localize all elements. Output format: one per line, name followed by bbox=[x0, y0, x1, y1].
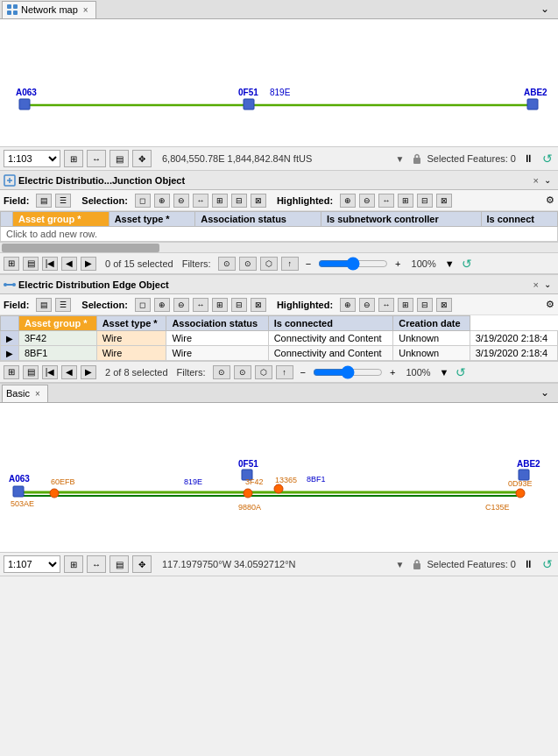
edge-nav-prev[interactable]: ◀ bbox=[61, 365, 77, 379]
junction-slider-minus[interactable]: − bbox=[302, 258, 314, 269]
edge-hl-btn2[interactable]: ⊖ bbox=[359, 298, 375, 312]
edge-sel-btn2[interactable]: ⊕ bbox=[154, 298, 170, 312]
edge-field-btn1[interactable]: ▤ bbox=[36, 298, 52, 312]
edge-col-association[interactable]: Association status bbox=[166, 316, 268, 331]
basic-node-a063[interactable] bbox=[13, 486, 24, 497]
pan-btn-1[interactable]: ⊞ bbox=[64, 150, 83, 167]
junction-panel-expand[interactable]: ⌄ bbox=[544, 175, 554, 186]
junction-add-row[interactable]: Click to add new row. bbox=[1, 227, 558, 242]
select-btn-1[interactable]: ↔ bbox=[87, 150, 106, 167]
node-0f51[interactable] bbox=[244, 99, 254, 110]
junction-hl-btn1[interactable]: ⊕ bbox=[340, 194, 356, 208]
junction-col-asset-group[interactable]: Asset group * bbox=[13, 212, 109, 227]
junction-settings-btn[interactable]: ⚙ bbox=[546, 194, 554, 206]
junction-sel-btn1[interactable]: ◻ bbox=[135, 194, 151, 208]
edge-nav-next[interactable]: ▶ bbox=[81, 365, 96, 379]
edge-zoom-slider[interactable] bbox=[313, 366, 383, 378]
edge-filter-btn3[interactable]: ⬡ bbox=[255, 365, 272, 379]
edge-panel-expand[interactable]: ⌄ bbox=[544, 279, 554, 290]
zoom-select-2[interactable]: 1:107 bbox=[4, 555, 60, 573]
junction-nav-prev[interactable]: ◀ bbox=[61, 257, 77, 271]
junction-hl-btn5[interactable]: ⊟ bbox=[417, 194, 433, 208]
edge-field-btn2[interactable]: ☰ bbox=[55, 298, 71, 312]
edge-slider-plus[interactable]: + bbox=[386, 367, 399, 378]
edge-col-creation[interactable]: Creation date bbox=[393, 316, 470, 331]
junction-hl-btn3[interactable]: ↔ bbox=[378, 194, 394, 208]
edge-hl-btn5[interactable]: ⊟ bbox=[417, 298, 433, 312]
basic-node-0d93e[interactable] bbox=[516, 489, 525, 498]
edge-filter-btn4[interactable]: ↑ bbox=[276, 365, 293, 379]
collapse-icon[interactable]: ⌄ bbox=[540, 3, 554, 17]
junction-zoom-dropdown[interactable]: ▼ bbox=[443, 258, 456, 269]
edge-sel-btn4[interactable]: ↔ bbox=[193, 298, 208, 312]
junction-col-association[interactable]: Association status bbox=[195, 212, 321, 227]
junction-hl-btn6[interactable]: ⊠ bbox=[436, 194, 452, 208]
grid-btn-1[interactable]: ▤ bbox=[109, 150, 129, 167]
junction-nav-first[interactable]: |◀ bbox=[42, 257, 58, 271]
navigate-btn-1[interactable]: ✥ bbox=[132, 150, 152, 167]
basic-coords-dropdown[interactable]: ▼ bbox=[392, 560, 408, 569]
basic-pan-btn[interactable]: ⊞ bbox=[64, 555, 83, 573]
edge-refresh-btn[interactable]: ↺ bbox=[454, 365, 468, 379]
basic-select-btn[interactable]: ↔ bbox=[87, 555, 106, 573]
basic-tab[interactable]: Basic × bbox=[2, 385, 48, 402]
edge-table-row[interactable]: ▶ 3F42 Wire Wire Connectivity and Conten… bbox=[1, 331, 558, 346]
edge-nav-first[interactable]: |◀ bbox=[42, 365, 58, 379]
node-a063[interactable] bbox=[19, 99, 30, 110]
junction-col-connect[interactable]: Is connect bbox=[481, 212, 557, 227]
junction-sel-btn4[interactable]: ↔ bbox=[193, 194, 208, 208]
junction-sel-btn7[interactable]: ⊠ bbox=[251, 194, 266, 208]
edge-slider-minus[interactable]: − bbox=[297, 367, 309, 378]
basic-collapse-icon[interactable]: ⌄ bbox=[540, 386, 554, 400]
edge-sel-btn5[interactable]: ⊞ bbox=[212, 298, 228, 312]
edge-hl-btn1[interactable]: ⊕ bbox=[340, 298, 356, 312]
pause-btn-1[interactable]: ⏸ bbox=[519, 152, 537, 165]
basic-tab-close[interactable]: × bbox=[35, 389, 40, 399]
network-map-tab[interactable]: Network map × bbox=[2, 1, 96, 18]
edge-view-btn1[interactable]: ⊞ bbox=[4, 365, 19, 379]
junction-sel-btn5[interactable]: ⊞ bbox=[212, 194, 228, 208]
junction-slider-plus[interactable]: + bbox=[392, 258, 404, 269]
junction-panel-close[interactable]: × bbox=[530, 175, 542, 186]
junction-filter-btn4[interactable]: ↑ bbox=[281, 257, 299, 271]
junction-col-subnetwork[interactable]: Is subnetwork controller bbox=[321, 212, 481, 227]
edge-hl-btn4[interactable]: ⊞ bbox=[398, 298, 413, 312]
coords-dropdown-1[interactable]: ▼ bbox=[392, 154, 408, 164]
junction-hl-btn2[interactable]: ⊖ bbox=[359, 194, 375, 208]
edge-sel-btn7[interactable]: ⊠ bbox=[251, 298, 266, 312]
edge-panel-close[interactable]: × bbox=[530, 279, 542, 290]
junction-view-btn1[interactable]: ⊞ bbox=[4, 257, 19, 271]
junction-col-asset-type[interactable]: Asset type * bbox=[109, 212, 195, 227]
basic-grid-btn[interactable]: ▤ bbox=[109, 555, 129, 573]
edge-col-connected[interactable]: Is connected bbox=[268, 316, 393, 331]
junction-filter-btn1[interactable]: ⊙ bbox=[218, 257, 236, 271]
edge-table-row[interactable]: ▶ 8BF1 Wire Wire Connectivity and Conten… bbox=[1, 346, 558, 361]
node-abe2[interactable] bbox=[527, 99, 538, 110]
junction-sel-btn2[interactable]: ⊕ bbox=[154, 194, 170, 208]
junction-sel-btn6[interactable]: ⊟ bbox=[231, 194, 247, 208]
junction-field-btn1[interactable]: ▤ bbox=[36, 194, 52, 208]
edge-hl-btn3[interactable]: ↔ bbox=[378, 298, 394, 312]
edge-hl-btn6[interactable]: ⊠ bbox=[436, 298, 452, 312]
refresh-btn-1[interactable]: ↺ bbox=[540, 152, 554, 166]
junction-zoom-slider[interactable] bbox=[318, 258, 388, 270]
edge-sel-btn6[interactable]: ⊟ bbox=[231, 298, 247, 312]
edge-col-asset-group[interactable]: Asset group * bbox=[19, 316, 97, 331]
junction-sel-btn3[interactable]: ⊖ bbox=[173, 194, 189, 208]
network-map-tab-close[interactable]: × bbox=[83, 5, 88, 15]
basic-node-3f42[interactable] bbox=[244, 489, 252, 498]
edge-col-asset-type[interactable]: Asset type * bbox=[96, 316, 166, 331]
junction-hl-btn4[interactable]: ⊞ bbox=[398, 194, 413, 208]
edge-filter-btn2[interactable]: ⊙ bbox=[234, 365, 251, 379]
basic-node-60efb[interactable] bbox=[50, 489, 59, 498]
edge-sel-btn3[interactable]: ⊖ bbox=[173, 298, 189, 312]
basic-pause-btn[interactable]: ⏸ bbox=[519, 558, 537, 570]
junction-filter-btn2[interactable]: ⊙ bbox=[239, 257, 257, 271]
junction-nav-next[interactable]: ▶ bbox=[81, 257, 96, 271]
edge-zoom-dropdown[interactable]: ▼ bbox=[438, 367, 451, 378]
edge-filter-btn1[interactable]: ⊙ bbox=[213, 365, 230, 379]
junction-view-btn2[interactable]: ▤ bbox=[23, 257, 39, 271]
junction-hscroll[interactable] bbox=[0, 242, 558, 252]
edge-view-btn2[interactable]: ▤ bbox=[23, 365, 39, 379]
basic-navigate-btn[interactable]: ✥ bbox=[132, 555, 152, 573]
